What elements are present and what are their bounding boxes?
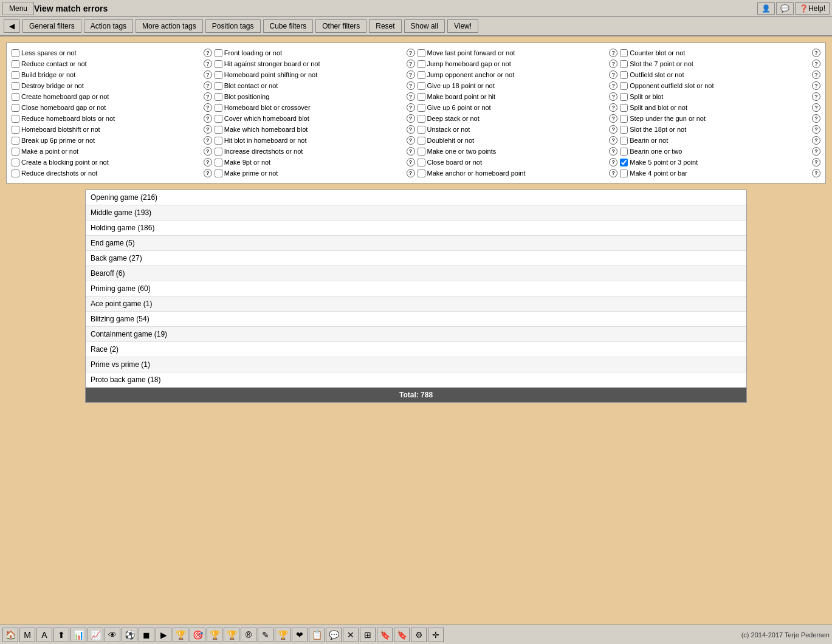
filter-checkbox[interactable] (418, 148, 425, 156)
action-tags-button[interactable]: Action tags (84, 19, 133, 33)
filter-help-icon[interactable]: ? (609, 125, 617, 134)
filter-help-icon[interactable]: ? (407, 92, 415, 101)
filter-help-icon[interactable]: ? (407, 49, 415, 57)
filter-help-icon[interactable]: ? (407, 136, 415, 145)
filter-checkbox[interactable] (215, 115, 222, 123)
target-icon[interactable]: 🎯 (190, 628, 205, 642)
filter-checkbox[interactable] (215, 60, 222, 68)
square-icon[interactable]: ◼ (139, 628, 154, 642)
filter-help-icon[interactable]: ? (812, 103, 820, 112)
filter-help-icon[interactable]: ? (609, 49, 617, 57)
filter-checkbox[interactable] (215, 137, 222, 145)
filter-checkbox[interactable] (620, 159, 628, 166)
game-row[interactable]: Opening game (216) (86, 190, 746, 205)
back-button[interactable]: ◀ (4, 19, 20, 33)
filter-help-icon[interactable]: ? (812, 125, 820, 134)
show-all-button[interactable]: Show all (404, 19, 445, 33)
m-icon[interactable]: M (19, 628, 35, 642)
settings-icon[interactable]: ⚙ (411, 628, 427, 642)
filter-help-icon[interactable]: ? (204, 70, 212, 79)
help-icon[interactable]: ❓Help! (795, 2, 830, 15)
filter-help-icon[interactable]: ? (812, 147, 820, 156)
filter-checkbox[interactable] (12, 137, 19, 145)
filter-help-icon[interactable]: ? (609, 169, 617, 177)
filter-help-icon[interactable]: ? (609, 81, 617, 90)
filter-help-icon[interactable]: ? (609, 136, 617, 145)
game-row[interactable]: Prime vs prime (1) (86, 357, 746, 372)
general-filters-button[interactable]: General filters (22, 19, 81, 33)
eye-icon[interactable]: 👁 (105, 628, 120, 642)
filter-help-icon[interactable]: ? (204, 125, 212, 134)
filter-help-icon[interactable]: ? (812, 49, 820, 57)
filter-checkbox[interactable] (418, 159, 425, 166)
filter-help-icon[interactable]: ? (407, 169, 415, 177)
soccer-icon[interactable]: ⚽ (122, 628, 137, 642)
filter-checkbox[interactable] (620, 93, 628, 101)
a-icon[interactable]: A (36, 628, 52, 642)
filter-checkbox[interactable] (418, 49, 425, 57)
filter-help-icon[interactable]: ? (407, 114, 415, 123)
filter-checkbox[interactable] (620, 126, 628, 134)
filter-checkbox[interactable] (418, 104, 425, 112)
comment-icon[interactable]: 💬 (326, 628, 342, 642)
game-row[interactable]: End game (5) (86, 236, 746, 251)
game-row[interactable]: Middle game (193) (86, 205, 746, 221)
game-row[interactable]: Bearoff (6) (86, 266, 746, 281)
filter-checkbox[interactable] (12, 93, 19, 101)
user-icon[interactable]: 👤 (757, 2, 775, 15)
filter-checkbox[interactable] (215, 49, 222, 57)
filter-checkbox[interactable] (620, 82, 628, 90)
filter-checkbox[interactable] (215, 71, 222, 79)
filter-checkbox[interactable] (620, 115, 628, 123)
filter-help-icon[interactable]: ? (812, 136, 820, 145)
filter-help-icon[interactable]: ? (204, 60, 212, 68)
filter-checkbox[interactable] (620, 137, 628, 145)
filter-help-icon[interactable]: ? (609, 103, 617, 112)
filter-checkbox[interactable] (12, 49, 19, 57)
filter-checkbox[interactable] (418, 115, 425, 123)
bookmark2-icon[interactable]: 🔖 (394, 628, 410, 642)
game-row[interactable]: Holding game (186) (86, 221, 746, 236)
filter-checkbox[interactable] (12, 82, 19, 90)
heart-icon[interactable]: ❤ (292, 628, 308, 642)
game-row[interactable]: Containment game (19) (86, 327, 746, 342)
home-icon[interactable]: 🏠 (2, 628, 18, 642)
filter-checkbox[interactable] (215, 148, 222, 156)
filter-checkbox[interactable] (12, 60, 19, 68)
chart-line-icon[interactable]: 📈 (88, 628, 103, 642)
filter-checkbox[interactable] (418, 137, 425, 145)
trophy4-icon[interactable]: 🏆 (275, 628, 291, 642)
filter-checkbox[interactable] (12, 170, 19, 177)
filter-help-icon[interactable]: ? (204, 147, 212, 156)
filter-checkbox[interactable] (12, 148, 19, 156)
filter-help-icon[interactable]: ? (407, 70, 415, 79)
filter-help-icon[interactable]: ? (204, 81, 212, 90)
filter-checkbox[interactable] (12, 126, 19, 134)
filter-help-icon[interactable]: ? (609, 147, 617, 156)
filter-help-icon[interactable]: ? (407, 60, 415, 68)
filter-help-icon[interactable]: ? (609, 158, 617, 166)
bookmark-icon[interactable]: 🔖 (377, 628, 393, 642)
filter-help-icon[interactable]: ? (812, 60, 820, 68)
filter-help-icon[interactable]: ? (407, 147, 415, 156)
filter-checkbox[interactable] (215, 82, 222, 90)
filter-help-icon[interactable]: ? (204, 136, 212, 145)
filter-checkbox[interactable] (620, 60, 628, 68)
game-row[interactable]: Race (2) (86, 342, 746, 357)
trophy3-icon[interactable]: 🏆 (224, 628, 239, 642)
filter-checkbox[interactable] (620, 170, 628, 177)
message-icon[interactable]: 💬 (776, 2, 794, 15)
filter-help-icon[interactable]: ? (407, 103, 415, 112)
upload-icon[interactable]: ⬆ (53, 628, 69, 642)
filter-checkbox[interactable] (12, 159, 19, 166)
chart-bar-icon[interactable]: 📊 (70, 628, 86, 642)
filter-help-icon[interactable]: ? (204, 169, 212, 177)
filter-help-icon[interactable]: ? (204, 92, 212, 101)
close-icon[interactable]: ✕ (343, 628, 359, 642)
filter-help-icon[interactable]: ? (609, 92, 617, 101)
filter-help-icon[interactable]: ? (204, 103, 212, 112)
filter-help-icon[interactable]: ? (407, 81, 415, 90)
filter-checkbox[interactable] (215, 104, 222, 112)
filter-help-icon[interactable]: ? (407, 125, 415, 134)
filter-help-icon[interactable]: ? (812, 158, 820, 166)
